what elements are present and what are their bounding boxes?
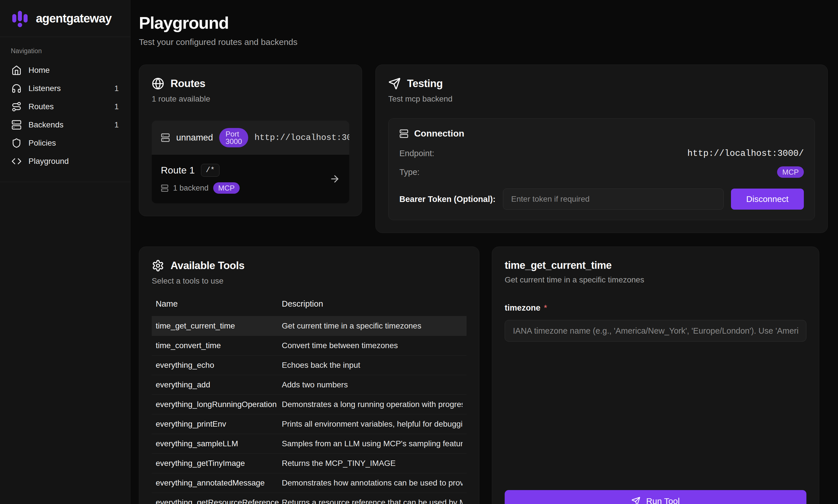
spacer xyxy=(505,342,806,490)
sidebar-item-routes[interactable]: Routes 1 xyxy=(7,97,123,116)
code-icon xyxy=(12,156,22,166)
tool-runner-card: time_get_current_time Get current time i… xyxy=(492,247,819,504)
route-name: Route 1 xyxy=(161,165,195,176)
run-tool-button[interactable]: Run Tool xyxy=(505,490,806,504)
route-type-badge: MCP xyxy=(213,182,240,194)
send-icon xyxy=(388,77,401,90)
route-backend-count: 1 backend xyxy=(173,184,209,193)
endpoint-label: Endpoint: xyxy=(399,149,434,158)
available-tools-title: Available Tools xyxy=(171,260,245,272)
server-icon xyxy=(161,184,169,192)
nav-section-label: Navigation xyxy=(11,47,123,55)
page-title: Playground xyxy=(139,13,828,33)
tool-row-everything_getTinyImage[interactable]: everything_getTinyImage Returns the MCP_… xyxy=(152,453,467,473)
globe-icon xyxy=(152,77,164,90)
listener-header: unnamed Port 3000 http://localhost:3000/ xyxy=(152,121,349,155)
route-icon xyxy=(12,102,22,112)
column-header-description: Description xyxy=(282,299,462,309)
route-row[interactable]: Route 1 /* 1 backend MCP xyxy=(152,155,349,203)
home-icon xyxy=(12,65,22,75)
tool-row-everything_annotatedMessage[interactable]: everything_annotatedMessage Demonstrates… xyxy=(152,473,467,493)
tool-row-everything_longRunningOperation[interactable]: everything_longRunningOperation Demonstr… xyxy=(152,395,467,414)
sidebar-item-label: Playground xyxy=(29,157,69,166)
timezone-label: timezone xyxy=(505,303,541,312)
column-header-name: Name xyxy=(156,299,282,309)
sidebar-item-label: Policies xyxy=(29,139,56,148)
route-path-badge: /* xyxy=(201,164,220,177)
connection-panel: Connection Endpoint: http://localhost:30… xyxy=(388,118,815,220)
endpoint-value: http://localhost:3000/ xyxy=(687,148,804,158)
tool-row-time_convert_time[interactable]: time_convert_time Convert time between t… xyxy=(152,336,467,355)
routes-card: Routes 1 route available unnamed Port 30… xyxy=(139,65,362,216)
sidebar-item-home[interactable]: Home xyxy=(7,61,123,79)
sidebar-item-playground[interactable]: Playground xyxy=(7,152,123,170)
available-tools-card: Available Tools Select a tools to use Na… xyxy=(139,247,479,504)
sidebar: agentgateway Navigation Home Listeners 1 xyxy=(0,0,130,504)
bottom-row: Available Tools Select a tools to use Na… xyxy=(139,247,819,504)
headphones-icon xyxy=(12,83,22,94)
sidebar-item-label: Backends xyxy=(29,120,64,129)
testing-card-subtitle: Test mcp backend xyxy=(388,94,815,104)
gear-icon xyxy=(152,259,164,272)
connection-title: Connection xyxy=(414,128,464,139)
sidebar-item-policies[interactable]: Policies xyxy=(7,134,123,152)
app-root: agentgateway Navigation Home Listeners 1 xyxy=(0,0,838,504)
port-badge: Port 3000 xyxy=(219,128,248,147)
connection-type-badge: MCP xyxy=(777,166,804,178)
brand[interactable]: agentgateway xyxy=(0,0,130,37)
timezone-field: timezone * xyxy=(505,303,806,342)
tool-row-everything_add[interactable]: everything_add Adds two numbers xyxy=(152,375,467,395)
available-tools-subtitle: Select a tools to use xyxy=(152,276,467,286)
tool-row-everything_echo[interactable]: everything_echo Echoes back the input xyxy=(152,355,467,375)
sidebar-item-listeners[interactable]: Listeners 1 xyxy=(7,79,123,97)
main-content: Playground Test your configured routes a… xyxy=(130,0,838,504)
tools-table: Name Description time_get_current_time G… xyxy=(152,299,467,504)
required-marker: * xyxy=(544,303,547,312)
tool-runner-subtitle: Get current time in a specific timezones xyxy=(505,275,806,284)
sidebar-item-badge: 1 xyxy=(115,121,119,129)
sidebar-item-badge: 1 xyxy=(115,84,119,93)
tools-table-header: Name Description xyxy=(152,299,467,316)
sidebar-item-label: Listeners xyxy=(29,84,61,93)
agentgateway-logo-icon xyxy=(10,9,30,28)
send-icon xyxy=(631,497,641,504)
tool-row-everything_printEnv[interactable]: everything_printEnv Prints all environme… xyxy=(152,414,467,434)
tool-row-time_get_current_time[interactable]: time_get_current_time Get current time i… xyxy=(152,316,467,336)
type-label: Type: xyxy=(399,167,420,177)
listener-url: http://localhost:3000/ xyxy=(255,133,349,143)
listener-name: unnamed xyxy=(176,132,213,143)
sidebar-item-backends[interactable]: Backends 1 xyxy=(7,116,123,134)
routes-card-subtitle: 1 route available xyxy=(152,94,349,104)
sidebar-item-label: Routes xyxy=(29,102,54,111)
server-icon xyxy=(161,133,170,142)
sidebar-item-badge: 1 xyxy=(115,102,119,111)
top-row: Routes 1 route available unnamed Port 30… xyxy=(139,65,828,233)
bearer-token-input[interactable] xyxy=(503,188,723,210)
run-tool-label: Run Tool xyxy=(646,496,680,504)
arrow-right-icon[interactable] xyxy=(329,174,340,184)
testing-card-title: Testing xyxy=(407,78,443,90)
server-icon xyxy=(12,120,22,130)
brand-name: agentgateway xyxy=(36,12,111,25)
tool-row-everything_sampleLLM[interactable]: everything_sampleLLM Samples from an LLM… xyxy=(152,434,467,453)
timezone-input[interactable] xyxy=(505,320,806,342)
listener-group: unnamed Port 3000 http://localhost:3000/… xyxy=(152,121,349,203)
page-subtitle: Test your configured routes and backends xyxy=(139,37,828,47)
sidebar-item-label: Home xyxy=(29,66,50,75)
tool-row-everything_getResourceReference[interactable]: everything_getResourceReference Returns … xyxy=(152,493,467,504)
routes-card-title: Routes xyxy=(171,78,205,90)
server-icon xyxy=(399,129,408,138)
bearer-token-label: Bearer Token (Optional): xyxy=(399,195,495,204)
shield-icon xyxy=(12,138,22,148)
sidebar-nav: Navigation Home Listeners 1 Routes xyxy=(0,37,130,182)
disconnect-button[interactable]: Disconnect xyxy=(731,188,804,210)
testing-card: Testing Test mcp backend Connection Endp… xyxy=(376,65,828,233)
tool-runner-title: time_get_current_time xyxy=(505,259,806,271)
